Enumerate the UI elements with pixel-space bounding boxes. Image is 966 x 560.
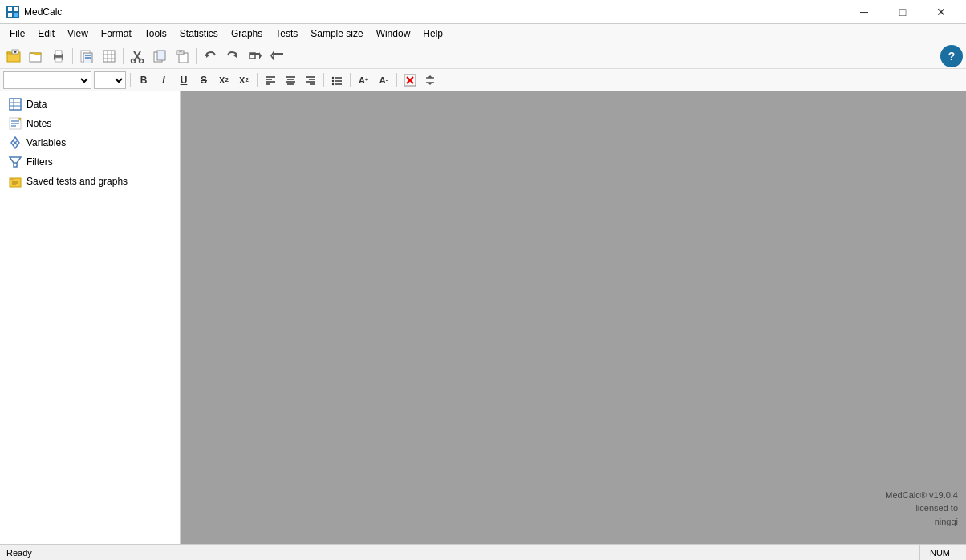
subscript-button[interactable]: X2: [215, 71, 233, 89]
svg-point-52: [332, 76, 334, 78]
svg-rect-3: [8, 13, 12, 17]
main-area: Data Notes Varia: [0, 91, 966, 544]
svg-point-54: [332, 83, 334, 84]
svg-rect-13: [55, 51, 62, 55]
open-button[interactable]: [26, 46, 47, 67]
menu-item-window[interactable]: Window: [370, 26, 417, 41]
sidebar-item-filters[interactable]: Filters: [0, 152, 180, 172]
num-indicator: NUM: [919, 545, 960, 561]
title-left: MedCalc: [6, 6, 62, 18]
filters-label: Filters: [26, 156, 53, 168]
svg-rect-1: [8, 7, 12, 11]
toolbar-sep-1: [72, 48, 73, 64]
variables-icon: [8, 136, 22, 150]
help-button[interactable]: ?: [940, 45, 963, 67]
font-size-select[interactable]: [94, 71, 126, 89]
saved-icon: [8, 174, 22, 189]
status-bar: Ready NUM: [0, 544, 966, 560]
print-button[interactable]: [48, 46, 69, 67]
italic-button[interactable]: I: [155, 71, 172, 89]
notes-label: Notes: [26, 118, 51, 129]
menu-item-format[interactable]: Format: [95, 26, 138, 41]
special-button[interactable]: [421, 71, 439, 89]
svg-rect-29: [157, 51, 165, 60]
svg-rect-14: [55, 58, 62, 62]
align-right-button[interactable]: [302, 71, 319, 89]
maximize-button[interactable]: □: [884, 0, 921, 24]
nav-forward-button[interactable]: [267, 46, 288, 67]
version-line2: licensed to: [885, 501, 958, 515]
sidebar-item-data[interactable]: Data: [0, 95, 180, 114]
nav-back-button[interactable]: [245, 46, 266, 67]
toolbar: ?: [0, 43, 966, 69]
svg-rect-2: [14, 7, 18, 11]
menu-item-sample-size[interactable]: Sample size: [304, 26, 369, 41]
toolbar-sep-3: [196, 48, 197, 64]
menu-item-help[interactable]: Help: [416, 26, 449, 41]
content-area: MedCalc® v19.0.4 licensed to ningqi: [181, 91, 966, 544]
window-controls: ─ □ ✕: [846, 0, 960, 24]
format-sep-3: [323, 73, 324, 87]
format-bar: B I U S X2 X2: [0, 69, 966, 91]
clear-format-button[interactable]: [401, 71, 419, 89]
menu-item-graphs[interactable]: Graphs: [225, 26, 269, 41]
svg-rect-19: [104, 51, 115, 62]
table-button[interactable]: [99, 46, 120, 67]
svg-marker-39: [271, 52, 274, 59]
format-sep-4: [350, 73, 351, 87]
close-button[interactable]: ✕: [923, 0, 960, 24]
svg-marker-62: [428, 75, 432, 78]
underline-button[interactable]: U: [175, 71, 193, 89]
undo-button[interactable]: [200, 46, 221, 67]
format-sep-1: [130, 73, 131, 87]
menu-item-statistics[interactable]: Statistics: [173, 26, 225, 41]
variables-label: Variables: [26, 137, 66, 148]
svg-point-27: [140, 59, 144, 63]
svg-marker-37: [259, 52, 262, 59]
svg-rect-4: [14, 13, 18, 17]
new-folder-button[interactable]: [3, 46, 24, 67]
redo-button[interactable]: [222, 46, 243, 67]
menu-item-edit[interactable]: Edit: [31, 26, 61, 41]
sidebar-item-saved[interactable]: Saved tests and graphs: [0, 172, 180, 191]
svg-marker-77: [10, 157, 21, 167]
data-icon: [8, 97, 22, 112]
copy-button[interactable]: [149, 46, 170, 67]
align-left-button[interactable]: [262, 71, 279, 89]
minimize-button[interactable]: ─: [846, 0, 883, 24]
format-sep-2: [257, 73, 258, 87]
list-button[interactable]: [328, 71, 346, 89]
toolbar-sep-2: [123, 48, 124, 64]
saved-label: Saved tests and graphs: [26, 176, 128, 187]
version-line1: MedCalc® v19.0.4: [885, 489, 958, 502]
cut-button[interactable]: [127, 46, 148, 67]
copy-format-button[interactable]: [76, 46, 97, 67]
superscript-button[interactable]: X2: [235, 71, 253, 89]
filters-icon: [8, 155, 22, 169]
version-line3: ningqi: [885, 515, 958, 529]
svg-rect-38: [274, 53, 283, 55]
sidebar: Data Notes Varia: [0, 91, 181, 544]
format-sep-5: [396, 73, 397, 87]
version-info: MedCalc® v19.0.4 licensed to ningqi: [885, 489, 958, 529]
sidebar-item-variables[interactable]: Variables: [0, 133, 180, 152]
font-family-select[interactable]: [3, 71, 91, 89]
menu-bar: FileEditViewFormatToolsStatisticsGraphsT…: [0, 24, 966, 43]
svg-rect-32: [179, 50, 182, 52]
paste-button[interactable]: [172, 46, 193, 67]
bold-button[interactable]: B: [135, 71, 152, 89]
menu-item-tools[interactable]: Tools: [138, 26, 173, 41]
status-text: Ready: [6, 548, 32, 558]
align-center-button[interactable]: [282, 71, 299, 89]
sidebar-item-notes[interactable]: Notes: [0, 114, 180, 133]
menu-item-tests[interactable]: Tests: [269, 26, 304, 41]
menu-item-file[interactable]: File: [3, 26, 31, 41]
decrease-font-button[interactable]: A-: [375, 71, 392, 89]
increase-font-button[interactable]: A+: [355, 71, 372, 89]
strikethrough-button[interactable]: S: [195, 71, 213, 89]
notes-icon: [8, 116, 22, 131]
svg-marker-64: [428, 83, 432, 85]
menu-item-view[interactable]: View: [61, 26, 95, 41]
app-icon: [6, 6, 19, 18]
svg-rect-65: [10, 99, 21, 110]
